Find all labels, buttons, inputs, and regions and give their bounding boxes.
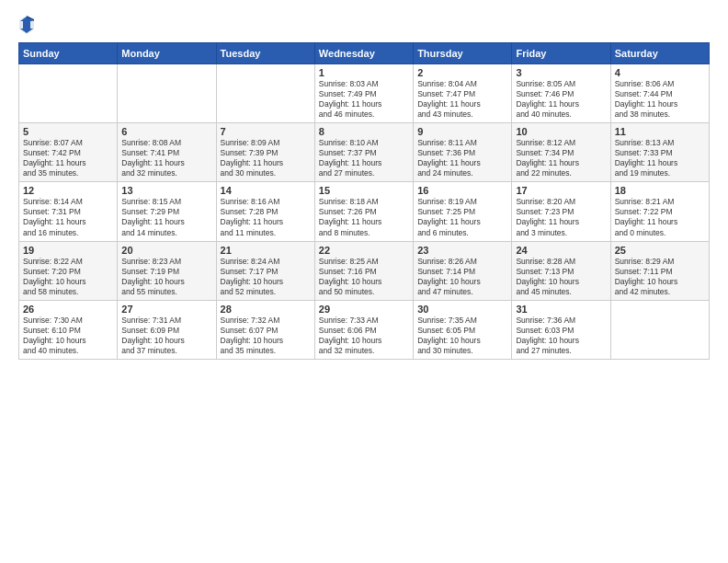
day-info-24: Sunrise: 8:28 AM Sunset: 7:13 PM Dayligh… <box>516 257 606 297</box>
day-number-25: 25 <box>615 245 705 256</box>
day-info-6: Sunrise: 8:08 AM Sunset: 7:41 PM Dayligh… <box>121 138 211 178</box>
day-cell-13: 13Sunrise: 8:15 AM Sunset: 7:29 PM Dayli… <box>118 182 216 241</box>
day-cell-18: 18Sunrise: 8:21 AM Sunset: 7:22 PM Dayli… <box>610 182 709 241</box>
day-number-7: 7 <box>221 126 311 137</box>
day-cell-16: 16Sunrise: 8:19 AM Sunset: 7:25 PM Dayli… <box>414 182 512 241</box>
week-row-2: 5Sunrise: 8:07 AM Sunset: 7:42 PM Daylig… <box>19 123 710 182</box>
day-info-17: Sunrise: 8:20 AM Sunset: 7:23 PM Dayligh… <box>516 197 606 237</box>
week-row-1: 1Sunrise: 8:03 AM Sunset: 7:49 PM Daylig… <box>19 64 710 123</box>
day-info-4: Sunrise: 8:06 AM Sunset: 7:44 PM Dayligh… <box>615 79 705 120</box>
empty-cell <box>216 64 314 123</box>
day-info-26: Sunrise: 7:30 AM Sunset: 6:10 PM Dayligh… <box>23 316 113 356</box>
day-info-2: Sunrise: 8:04 AM Sunset: 7:47 PM Dayligh… <box>417 79 507 120</box>
day-number-26: 26 <box>23 304 113 315</box>
week-row-3: 12Sunrise: 8:14 AM Sunset: 7:31 PM Dayli… <box>19 182 710 241</box>
day-info-23: Sunrise: 8:26 AM Sunset: 7:14 PM Dayligh… <box>417 257 507 297</box>
day-number-11: 11 <box>615 126 705 137</box>
empty-cell <box>19 64 118 123</box>
day-cell-19: 19Sunrise: 8:22 AM Sunset: 7:20 PM Dayli… <box>19 241 118 300</box>
empty-cell <box>118 64 216 123</box>
day-number-8: 8 <box>319 126 409 137</box>
day-number-28: 28 <box>221 304 311 315</box>
day-cell-15: 15Sunrise: 8:18 AM Sunset: 7:26 PM Dayli… <box>314 182 413 241</box>
day-number-2: 2 <box>417 67 507 78</box>
day-cell-12: 12Sunrise: 8:14 AM Sunset: 7:31 PM Dayli… <box>19 182 118 241</box>
day-number-15: 15 <box>319 185 409 196</box>
week-row-5: 26Sunrise: 7:30 AM Sunset: 6:10 PM Dayli… <box>19 300 710 359</box>
day-cell-5: 5Sunrise: 8:07 AM Sunset: 7:42 PM Daylig… <box>19 123 118 182</box>
day-number-12: 12 <box>23 185 113 196</box>
day-info-10: Sunrise: 8:12 AM Sunset: 7:34 PM Dayligh… <box>516 138 606 178</box>
day-number-4: 4 <box>615 67 705 78</box>
day-number-9: 9 <box>417 126 507 137</box>
day-info-22: Sunrise: 8:25 AM Sunset: 7:16 PM Dayligh… <box>319 257 409 297</box>
day-info-27: Sunrise: 7:31 AM Sunset: 6:09 PM Dayligh… <box>121 316 211 356</box>
day-info-12: Sunrise: 8:14 AM Sunset: 7:31 PM Dayligh… <box>23 197 113 237</box>
day-info-19: Sunrise: 8:22 AM Sunset: 7:20 PM Dayligh… <box>23 257 113 297</box>
day-info-21: Sunrise: 8:24 AM Sunset: 7:17 PM Dayligh… <box>221 257 311 297</box>
day-cell-6: 6Sunrise: 8:08 AM Sunset: 7:41 PM Daylig… <box>118 123 216 182</box>
day-cell-31: 31Sunrise: 7:36 AM Sunset: 6:03 PM Dayli… <box>512 300 610 359</box>
day-cell-1: 1Sunrise: 8:03 AM Sunset: 7:49 PM Daylig… <box>314 64 413 123</box>
day-info-18: Sunrise: 8:21 AM Sunset: 7:22 PM Dayligh… <box>615 197 705 237</box>
day-cell-29: 29Sunrise: 7:33 AM Sunset: 6:06 PM Dayli… <box>314 300 413 359</box>
day-number-3: 3 <box>516 67 606 78</box>
day-info-16: Sunrise: 8:19 AM Sunset: 7:25 PM Dayligh… <box>417 197 507 237</box>
day-info-28: Sunrise: 7:32 AM Sunset: 6:07 PM Dayligh… <box>221 316 311 356</box>
day-cell-7: 7Sunrise: 8:09 AM Sunset: 7:39 PM Daylig… <box>216 123 314 182</box>
day-number-31: 31 <box>516 304 606 315</box>
empty-cell <box>610 300 709 359</box>
day-number-24: 24 <box>516 245 606 256</box>
logo-icon <box>18 15 35 35</box>
day-number-21: 21 <box>221 245 311 256</box>
calendar-table: SundayMondayTuesdayWednesdayThursdayFrid… <box>18 42 710 360</box>
day-info-30: Sunrise: 7:35 AM Sunset: 6:05 PM Dayligh… <box>417 316 507 356</box>
day-number-14: 14 <box>221 185 311 196</box>
day-number-23: 23 <box>417 245 507 256</box>
day-number-20: 20 <box>121 245 211 256</box>
day-info-11: Sunrise: 8:13 AM Sunset: 7:33 PM Dayligh… <box>615 138 705 178</box>
day-cell-4: 4Sunrise: 8:06 AM Sunset: 7:44 PM Daylig… <box>610 64 709 123</box>
day-number-19: 19 <box>23 245 113 256</box>
day-info-31: Sunrise: 7:36 AM Sunset: 6:03 PM Dayligh… <box>516 316 606 356</box>
day-info-20: Sunrise: 8:23 AM Sunset: 7:19 PM Dayligh… <box>121 257 211 297</box>
col-header-saturday: Saturday <box>610 43 709 64</box>
day-cell-3: 3Sunrise: 8:05 AM Sunset: 7:46 PM Daylig… <box>512 64 610 123</box>
day-cell-24: 24Sunrise: 8:28 AM Sunset: 7:13 PM Dayli… <box>512 241 610 300</box>
day-info-25: Sunrise: 8:29 AM Sunset: 7:11 PM Dayligh… <box>615 257 705 297</box>
day-number-18: 18 <box>615 185 705 196</box>
day-info-8: Sunrise: 8:10 AM Sunset: 7:37 PM Dayligh… <box>319 138 409 178</box>
day-number-1: 1 <box>319 67 409 78</box>
day-cell-8: 8Sunrise: 8:10 AM Sunset: 7:37 PM Daylig… <box>314 123 413 182</box>
day-cell-17: 17Sunrise: 8:20 AM Sunset: 7:23 PM Dayli… <box>512 182 610 241</box>
day-cell-21: 21Sunrise: 8:24 AM Sunset: 7:17 PM Dayli… <box>216 241 314 300</box>
day-info-13: Sunrise: 8:15 AM Sunset: 7:29 PM Dayligh… <box>121 197 211 237</box>
col-header-tuesday: Tuesday <box>216 43 314 64</box>
day-number-6: 6 <box>121 126 211 137</box>
day-number-29: 29 <box>319 304 409 315</box>
day-cell-27: 27Sunrise: 7:31 AM Sunset: 6:09 PM Dayli… <box>118 300 216 359</box>
day-cell-28: 28Sunrise: 7:32 AM Sunset: 6:07 PM Dayli… <box>216 300 314 359</box>
day-cell-22: 22Sunrise: 8:25 AM Sunset: 7:16 PM Dayli… <box>314 241 413 300</box>
day-number-30: 30 <box>417 304 507 315</box>
day-info-5: Sunrise: 8:07 AM Sunset: 7:42 PM Dayligh… <box>23 138 113 178</box>
col-header-thursday: Thursday <box>414 43 512 64</box>
day-cell-14: 14Sunrise: 8:16 AM Sunset: 7:28 PM Dayli… <box>216 182 314 241</box>
day-number-13: 13 <box>121 185 211 196</box>
col-header-friday: Friday <box>512 43 610 64</box>
header <box>18 15 710 35</box>
day-info-7: Sunrise: 8:09 AM Sunset: 7:39 PM Dayligh… <box>221 138 311 178</box>
day-cell-2: 2Sunrise: 8:04 AM Sunset: 7:47 PM Daylig… <box>414 64 512 123</box>
page: SundayMondayTuesdayWednesdayThursdayFrid… <box>0 0 728 563</box>
day-cell-23: 23Sunrise: 8:26 AM Sunset: 7:14 PM Dayli… <box>414 241 512 300</box>
col-header-sunday: Sunday <box>19 43 118 64</box>
col-header-wednesday: Wednesday <box>314 43 413 64</box>
day-cell-25: 25Sunrise: 8:29 AM Sunset: 7:11 PM Dayli… <box>610 241 709 300</box>
week-row-4: 19Sunrise: 8:22 AM Sunset: 7:20 PM Dayli… <box>19 241 710 300</box>
day-info-9: Sunrise: 8:11 AM Sunset: 7:36 PM Dayligh… <box>417 138 507 178</box>
header-row: SundayMondayTuesdayWednesdayThursdayFrid… <box>19 43 710 64</box>
day-cell-10: 10Sunrise: 8:12 AM Sunset: 7:34 PM Dayli… <box>512 123 610 182</box>
day-cell-9: 9Sunrise: 8:11 AM Sunset: 7:36 PM Daylig… <box>414 123 512 182</box>
day-info-15: Sunrise: 8:18 AM Sunset: 7:26 PM Dayligh… <box>319 197 409 237</box>
day-number-22: 22 <box>319 245 409 256</box>
